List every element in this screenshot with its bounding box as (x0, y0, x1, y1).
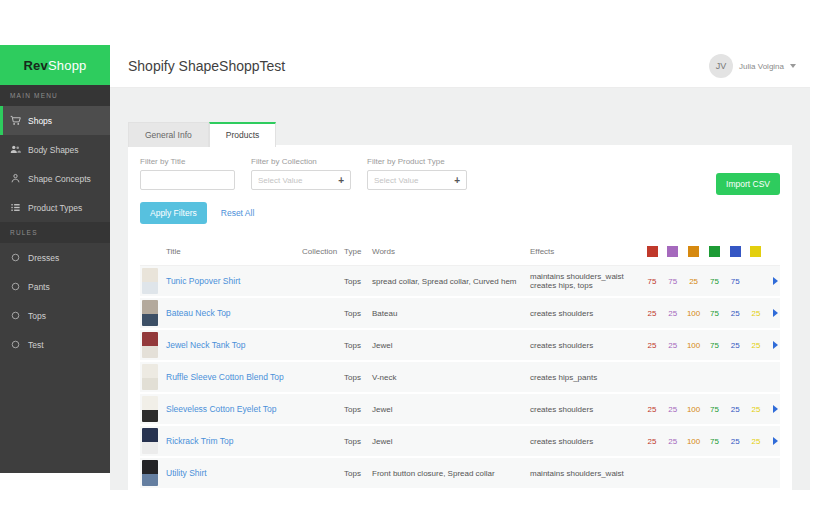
sidebar-item-tops[interactable]: Tops (0, 301, 110, 330)
words-cell: Jewel (372, 437, 530, 446)
table-row: Rickrack Trim TopTopsJewelcreates should… (140, 426, 780, 458)
score-value: 25 (642, 309, 662, 318)
circle-icon (10, 339, 21, 350)
score-color-slot (746, 246, 766, 257)
words-cell: spread collar, Spread collar, Curved hem (372, 277, 530, 286)
table-row: Ruffle Sleeve Cotton Blend TopTopsV-neck… (140, 362, 780, 394)
filter-actions: Apply Filters Reset All (140, 202, 780, 224)
table-row: Utility ShirtTopsFront button closure, S… (140, 458, 780, 490)
words-cell: Jewel (372, 405, 530, 414)
score-value: 25 (725, 405, 745, 414)
product-title-link[interactable]: Tunic Popover Shirt (166, 276, 302, 286)
chevron-right-icon (773, 309, 778, 317)
person-icon (10, 173, 21, 184)
type-cell: Tops (344, 341, 372, 350)
score-value: 75 (704, 341, 724, 350)
apply-filters-button[interactable]: Apply Filters (140, 202, 207, 224)
filters-row: Filter by Title Filter by Collection Sel… (140, 157, 780, 190)
page-title: Shopify ShapeShoppTest (128, 58, 285, 74)
product-title-link[interactable]: Jewel Neck Tank Top (166, 340, 302, 350)
product-thumbnail (142, 332, 158, 358)
score-value: 25 (642, 405, 662, 414)
table-header: Title Collection Type Words Effects (140, 238, 780, 266)
expand-row-button[interactable] (766, 309, 782, 317)
top-bar: Shopify ShapeShoppTest JV Julia Volgina (110, 45, 810, 88)
product-title-link[interactable]: Sleeveless Cotton Eyelet Top (166, 404, 302, 414)
score-color-slot (725, 246, 745, 257)
sidebar-section-label: Main Menu (0, 85, 110, 106)
type-cell: Tops (344, 405, 372, 414)
product-title-link[interactable]: Rickrack Trim Top (166, 436, 302, 446)
words-cell: V-neck (372, 373, 530, 382)
expand-row-button[interactable] (766, 277, 782, 285)
sidebar-item-label: Test (28, 340, 44, 350)
product-thumbnail (142, 396, 158, 422)
table-row: Bateau Neck TopTopsBateaucreates shoulde… (140, 298, 780, 330)
app-logo[interactable]: RevShopp (0, 45, 110, 85)
sidebar-item-product-types[interactable]: Product Types (0, 193, 110, 222)
effects-cell: maintains shoulders_waist (530, 469, 642, 478)
score-value: 25 (725, 341, 745, 350)
app-window: RevShopp Main MenuShopsBody ShapesShape … (0, 45, 810, 490)
filter-title-input[interactable] (140, 170, 235, 190)
product-title-link[interactable]: Bateau Neck Top (166, 308, 302, 318)
sidebar-item-label: Tops (28, 311, 46, 321)
scores-cell: 2525100752525 (642, 405, 766, 414)
score-value: 100 (684, 437, 704, 446)
table-row: Tunic Popover ShirtTopsspread collar, Sp… (140, 266, 780, 298)
reset-all-link[interactable]: Reset All (221, 208, 255, 218)
score-value: 25 (684, 277, 704, 286)
product-thumbnail (142, 364, 158, 390)
words-cell: Front button closure, Spread collar (372, 469, 530, 478)
score-color-slot (684, 246, 704, 257)
plus-icon[interactable]: + (454, 175, 460, 186)
scores-cell: 7575257575 (642, 277, 766, 286)
filter-product-type-group: Filter by Product Type Select Value + (367, 157, 467, 190)
expand-row-button[interactable] (766, 437, 782, 445)
type-cell: Tops (344, 469, 372, 478)
score-value: 100 (684, 309, 704, 318)
effects-cell: creates hips_pants (530, 373, 642, 382)
user-menu[interactable]: JV Julia Volgina (709, 54, 796, 78)
score-color-swatch (688, 246, 699, 257)
avatar[interactable]: JV (709, 54, 733, 78)
chevron-right-icon (773, 277, 778, 285)
type-cell: Tops (344, 277, 372, 286)
sidebar-item-shops[interactable]: Shops (0, 106, 110, 135)
filter-collection-select[interactable]: Select Value + (251, 170, 351, 190)
product-thumbnail (142, 268, 158, 294)
sidebar-item-label: Pants (28, 282, 50, 292)
sidebar-item-pants[interactable]: Pants (0, 272, 110, 301)
list-icon (10, 202, 21, 213)
score-value: 75 (642, 277, 662, 286)
filter-product-type-select[interactable]: Select Value + (367, 170, 467, 190)
scores-cell: 2525100752525 (642, 437, 766, 446)
sidebar-item-test[interactable]: Test (0, 330, 110, 359)
plus-icon[interactable]: + (338, 175, 344, 186)
circle-icon (10, 252, 21, 263)
sidebar-item-label: Body Shapes (28, 145, 79, 155)
expand-row-button[interactable] (766, 341, 782, 349)
score-value (746, 277, 766, 286)
effects-cell: maintains shoulders_waist creates hips, … (530, 272, 642, 290)
scores-cell: 2525100752525 (642, 341, 766, 350)
sidebar-item-body-shapes[interactable]: Body Shapes (0, 135, 110, 164)
sidebar-item-label: Product Types (28, 203, 82, 213)
score-color-slot (663, 246, 683, 257)
products-table: Title Collection Type Words Effects Tuni… (140, 238, 780, 490)
import-csv-button[interactable]: Import CSV (716, 173, 780, 195)
score-value: 75 (663, 277, 683, 286)
product-title-link[interactable]: Utility Shirt (166, 468, 302, 478)
product-title-link[interactable]: Ruffle Sleeve Cotton Blend Top (166, 372, 302, 382)
tab-products[interactable]: Products (209, 122, 277, 147)
words-cell: Jewel (372, 341, 530, 350)
table-body: Tunic Popover ShirtTopsspread collar, Sp… (140, 266, 780, 490)
expand-row-button[interactable] (766, 405, 782, 413)
sidebar-item-dresses[interactable]: Dresses (0, 243, 110, 272)
sidebar-item-shape-concepts[interactable]: Shape Concepts (0, 164, 110, 193)
effects-cell: creates shoulders (530, 341, 642, 350)
score-value: 25 (746, 341, 766, 350)
main-content: General InfoProducts Filter by Title Fil… (110, 87, 810, 490)
tab-general-info[interactable]: General Info (128, 122, 209, 147)
filter-title-label: Filter by Title (140, 157, 235, 166)
